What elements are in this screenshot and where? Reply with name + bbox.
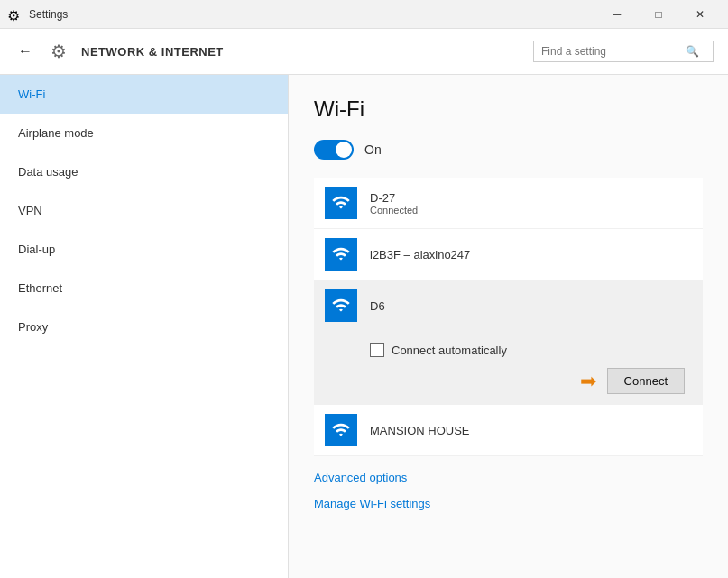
connect-auto-label: Connect automatically xyxy=(392,344,507,357)
network-expanded-d6: D6 Connect automatically ➡ Connect xyxy=(314,280,703,405)
network-info-mansion: MANSION HOUSE xyxy=(370,424,692,437)
sidebar: Wi-Fi Airplane mode Data usage VPN Dial-… xyxy=(0,75,289,578)
network-info-d6: D6 xyxy=(370,299,692,313)
network-item-mansion[interactable]: MANSION HOUSE xyxy=(314,405,703,456)
wifi-icon-4 xyxy=(331,420,351,440)
window-controls: ─ □ ✕ xyxy=(596,0,721,29)
network-icon-d27 xyxy=(325,187,357,219)
network-name-i2b3f: i2B3F – alaxino247 xyxy=(370,248,692,261)
content-area: Wi-Fi Airplane mode Data usage VPN Dial-… xyxy=(0,75,728,578)
network-item-d27[interactable]: D-27 Connected xyxy=(314,178,703,229)
sidebar-item-dialup[interactable]: Dial-up xyxy=(0,230,288,269)
settings-icon: ⚙ xyxy=(51,41,67,62)
sidebar-item-airplane[interactable]: Airplane mode xyxy=(0,114,288,152)
network-icon-i2b3f xyxy=(325,238,357,271)
network-item-d6[interactable]: D6 xyxy=(314,280,703,332)
wifi-icon-2 xyxy=(331,244,351,264)
sidebar-item-ethernet[interactable]: Ethernet xyxy=(0,269,288,307)
sidebar-item-wifi[interactable]: Wi-Fi xyxy=(0,75,288,114)
sidebar-item-proxy[interactable]: Proxy xyxy=(0,307,288,346)
network-name-mansion: MANSION HOUSE xyxy=(370,424,692,437)
network-name-d6: D6 xyxy=(370,299,692,313)
advanced-options-link[interactable]: Advanced options xyxy=(314,471,703,484)
sidebar-label-dialup: Dial-up xyxy=(18,243,55,256)
wifi-toggle-row: On xyxy=(314,140,703,160)
connect-btn-row: ➡ Connect xyxy=(370,368,688,394)
connect-auto-row: Connect automatically xyxy=(370,343,688,357)
connect-button[interactable]: Connect xyxy=(607,368,685,394)
titlebar-title: Settings xyxy=(29,8,596,21)
maximize-button[interactable]: □ xyxy=(638,0,679,29)
manage-wifi-link[interactable]: Manage Wi-Fi settings xyxy=(314,497,703,510)
network-item-i2b3f[interactable]: i2B3F – alaxino247 xyxy=(314,229,703,280)
titlebar: ⚙ Settings ─ □ ✕ xyxy=(0,0,728,29)
minimize-button[interactable]: ─ xyxy=(596,0,638,29)
network-info-d27: D-27 Connected xyxy=(370,191,692,216)
d6-expanded-panel: Connect automatically ➡ Connect xyxy=(314,332,703,405)
header: ← ⚙ NETWORK & INTERNET 🔍 xyxy=(0,29,728,75)
network-info-i2b3f: i2B3F – alaxino247 xyxy=(370,248,692,261)
close-button[interactable]: ✕ xyxy=(679,0,721,29)
toggle-knob xyxy=(336,142,352,158)
app-container: ← ⚙ NETWORK & INTERNET 🔍 Wi-Fi Airplane … xyxy=(0,29,728,578)
network-name-d27: D-27 xyxy=(370,191,692,205)
sidebar-label-vpn: VPN xyxy=(18,204,42,217)
wifi-icon xyxy=(331,193,351,213)
sidebar-label-proxy: Proxy xyxy=(18,320,48,334)
links-section: Advanced options Manage Wi-Fi settings xyxy=(314,471,703,510)
connect-auto-checkbox[interactable] xyxy=(370,343,384,357)
wifi-toggle[interactable] xyxy=(314,140,354,160)
wifi-icon-3 xyxy=(331,296,351,316)
search-input[interactable] xyxy=(541,45,686,58)
sidebar-label-ethernet: Ethernet xyxy=(18,281,62,295)
sidebar-item-vpn[interactable]: VPN xyxy=(0,191,288,230)
arrow-indicator: ➡ xyxy=(580,370,596,393)
sidebar-label-data-usage: Data usage xyxy=(18,165,78,179)
search-icon: 🔍 xyxy=(686,45,699,58)
back-button[interactable]: ← xyxy=(14,40,36,63)
page-title: Wi-Fi xyxy=(314,96,703,122)
search-box[interactable]: 🔍 xyxy=(533,41,714,62)
network-status-d27: Connected xyxy=(370,205,692,216)
header-title: NETWORK & INTERNET xyxy=(81,45,519,59)
network-icon-d6 xyxy=(325,289,357,322)
network-icon-mansion xyxy=(325,414,357,446)
toggle-label: On xyxy=(364,142,382,157)
sidebar-label-airplane: Airplane mode xyxy=(18,126,94,140)
app-icon: ⚙ xyxy=(7,7,22,22)
main-content: Wi-Fi On D-27 Connected xyxy=(289,75,728,578)
sidebar-label-wifi: Wi-Fi xyxy=(18,87,45,101)
sidebar-item-data-usage[interactable]: Data usage xyxy=(0,152,288,191)
